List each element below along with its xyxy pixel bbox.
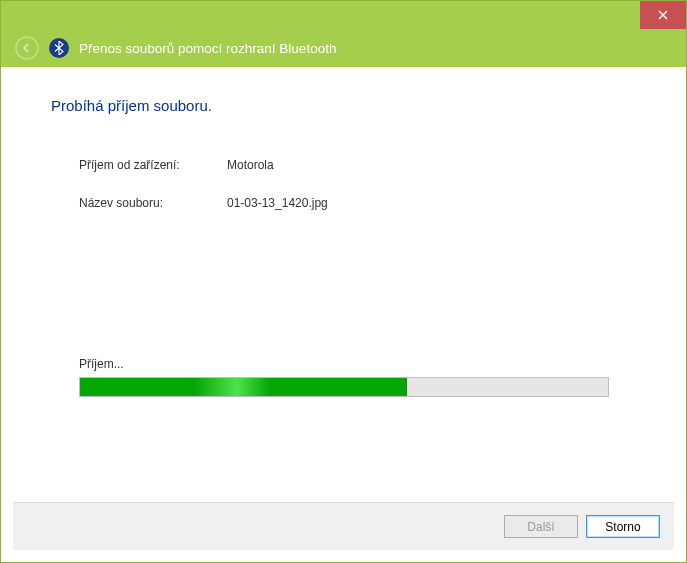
footer-bar: Další Storno [13, 502, 674, 550]
progress-fill [80, 378, 407, 396]
next-button: Další [504, 515, 578, 538]
close-button[interactable] [640, 1, 686, 29]
progress-bar [79, 377, 609, 397]
close-icon [658, 10, 668, 20]
titlebar [1, 1, 686, 29]
arrow-left-icon [21, 42, 33, 54]
device-row: Příjem od zařízení: Motorola [79, 158, 636, 172]
filename-row: Název souboru: 01-03-13_1420.jpg [79, 196, 636, 210]
cancel-button[interactable]: Storno [586, 515, 660, 538]
back-button [15, 36, 39, 60]
dialog-window: Přenos souborů pomocí rozhraní Bluetooth… [0, 0, 687, 563]
filename-value: 01-03-13_1420.jpg [227, 196, 328, 210]
device-label: Příjem od zařízení: [79, 158, 227, 172]
filename-label: Název souboru: [79, 196, 227, 210]
main-area: Probíhá příjem souboru. Příjem od zaříze… [13, 79, 674, 502]
device-value: Motorola [227, 158, 274, 172]
progress-block: Příjem... [79, 357, 609, 397]
bluetooth-icon [49, 38, 69, 58]
progress-label: Příjem... [79, 357, 609, 371]
window-title: Přenos souborů pomocí rozhraní Bluetooth [79, 41, 336, 56]
page-heading: Probíhá příjem souboru. [51, 97, 636, 114]
header-strip: Přenos souborů pomocí rozhraní Bluetooth [1, 29, 686, 67]
content-panel: Probíhá příjem souboru. Příjem od zaříze… [13, 79, 674, 550]
